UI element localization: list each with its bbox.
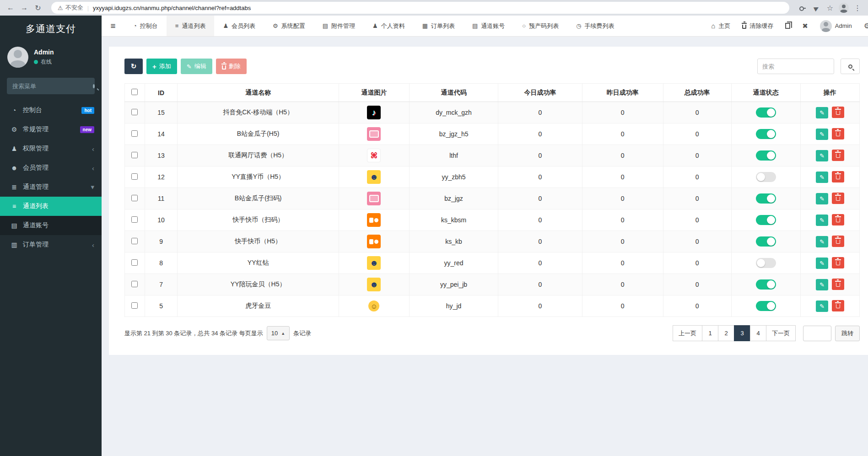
top-nav-tab[interactable]: ○ 预产码列表 — [513, 16, 567, 37]
top-nav-tab[interactable]: ◷ 手续费列表 — [567, 16, 623, 37]
channel-status-toggle[interactable] — [756, 279, 776, 290]
browser-forward-button[interactable]: → — [18, 2, 30, 14]
table-search-button[interactable] — [841, 59, 860, 74]
row-checkbox[interactable] — [131, 109, 138, 115]
key-icon[interactable] — [797, 2, 809, 14]
delete-button[interactable]: 删除 — [216, 59, 247, 74]
edit-row-button[interactable] — [816, 193, 828, 204]
address-bar[interactable]: ⚠ 不安全 | yxyyapi.idugzs.cn/nanmu.php/chan… — [51, 2, 789, 14]
sidebar-menu-item[interactable]: ♟ 权限管理 ‹ — [0, 139, 102, 158]
jump-button[interactable]: 跳转 — [835, 326, 860, 341]
sidebar-menu-item[interactable]: ☻ 会员管理 ‹ — [0, 158, 102, 177]
row-checkbox[interactable] — [131, 216, 138, 223]
yy-channel-image — [367, 256, 381, 270]
prev-page-button[interactable]: 上一页 — [673, 325, 702, 341]
browser-refresh-button[interactable]: ↻ — [32, 2, 44, 14]
page-button-1[interactable]: 1 — [702, 325, 718, 341]
home-link[interactable]: 主页 — [711, 22, 730, 30]
row-checkbox[interactable] — [131, 259, 138, 266]
page-size-select[interactable]: 10 ▲ — [267, 326, 290, 340]
next-page-button[interactable]: 下一页 — [766, 325, 796, 341]
top-nav-tab[interactable]: ▤ 附件管理 — [314, 16, 364, 37]
top-nav-tab[interactable]: ⚙ 系统配置 — [264, 16, 314, 37]
row-checkbox[interactable] — [131, 152, 138, 158]
edit-row-button[interactable] — [816, 150, 828, 161]
top-nav-tab[interactable]: ▤ 通道账号 — [464, 16, 513, 37]
browser-profile-avatar[interactable] — [838, 2, 850, 14]
bookmark-star-icon[interactable]: ☆ — [824, 2, 836, 14]
channel-status-toggle[interactable] — [756, 172, 776, 182]
refresh-button[interactable] — [124, 59, 143, 74]
channel-status-toggle[interactable] — [756, 301, 776, 311]
sidebar-menu-item[interactable]: ⚙ 常规管理 new — [0, 120, 102, 139]
row-checkbox[interactable] — [131, 173, 138, 180]
table-search-input[interactable] — [757, 59, 834, 74]
channel-status-toggle[interactable] — [756, 215, 776, 225]
edit-row-button[interactable] — [816, 300, 828, 312]
edit-button[interactable]: 编辑 — [181, 59, 212, 74]
copy-icon[interactable] — [785, 23, 790, 29]
channel-status-toggle[interactable] — [756, 236, 776, 247]
browser-menu-icon[interactable]: ⋮ — [852, 2, 863, 14]
browser-back-button[interactable]: ← — [5, 2, 16, 14]
edit-row-button[interactable] — [816, 107, 828, 118]
avatar — [820, 20, 832, 32]
cell-yesterday-rate: 0 — [582, 231, 663, 252]
sidebar-search-input[interactable] — [12, 83, 93, 90]
delete-row-button[interactable] — [832, 279, 844, 290]
page-button-3[interactable]: 3 — [734, 325, 750, 341]
edit-row-button[interactable] — [816, 279, 828, 290]
top-nav-tab[interactable]: ♟ 个人资料 — [364, 16, 414, 37]
hamburger-menu-icon[interactable]: ≡ — [102, 16, 124, 37]
edit-row-button[interactable] — [816, 236, 828, 247]
delete-row-button[interactable] — [832, 193, 844, 204]
edit-row-button[interactable] — [816, 258, 828, 269]
delete-row-button[interactable] — [832, 300, 844, 311]
top-nav-tab[interactable]: ◔ 控制台 — [124, 16, 167, 37]
row-checkbox[interactable] — [131, 238, 138, 244]
edit-row-button[interactable] — [816, 172, 828, 183]
row-checkbox[interactable] — [131, 130, 138, 137]
edit-row-button[interactable] — [816, 129, 828, 140]
top-nav-tab[interactable]: ♟ 会员列表 — [214, 16, 264, 37]
top-nav-tab[interactable]: ▦ 订单列表 — [414, 16, 464, 37]
sidebar-menu-item[interactable]: ≡ 通道列表 — [0, 197, 102, 216]
delete-row-button[interactable] — [832, 150, 844, 161]
channel-status-toggle[interactable] — [756, 107, 776, 118]
edit-row-button[interactable] — [816, 215, 828, 226]
select-all-checkbox[interactable] — [131, 89, 138, 95]
add-button[interactable]: 添加 — [146, 59, 177, 74]
delete-row-button[interactable] — [832, 171, 844, 182]
cell-yesterday-rate: 0 — [582, 252, 663, 274]
delete-row-button[interactable] — [832, 236, 844, 247]
gear-icon[interactable]: ⚙ — [864, 21, 868, 30]
sidebar-menu-item[interactable]: ▤ 通道账号 — [0, 216, 102, 235]
channel-status-toggle[interactable] — [756, 150, 776, 161]
list-icon: ≡ — [175, 22, 179, 29]
jump-page-input[interactable] — [803, 326, 831, 341]
sidebar-menu-item[interactable]: ◔ 控制台 hot — [0, 101, 102, 120]
search-icon[interactable] — [93, 84, 95, 88]
channel-status-toggle[interactable] — [756, 129, 776, 139]
security-label: 不安全 — [65, 4, 83, 12]
delete-row-button[interactable] — [832, 214, 844, 225]
row-checkbox[interactable] — [131, 302, 138, 309]
sidebar-menu-item[interactable]: ▥ 订单管理 ‹ — [0, 235, 102, 254]
delete-row-button[interactable] — [832, 257, 844, 268]
page-button-4[interactable]: 4 — [750, 325, 766, 341]
clear-cache-link[interactable]: 清除缓存 — [742, 22, 773, 30]
row-checkbox[interactable] — [131, 281, 138, 287]
delete-row-button[interactable] — [832, 107, 844, 118]
channel-status-toggle[interactable] — [756, 193, 776, 204]
users-icon: ♟ — [9, 145, 19, 152]
page-button-2[interactable]: 2 — [718, 325, 734, 341]
gear-icon: ⚙ — [273, 22, 278, 29]
sidebar-menu-item[interactable]: ≣ 通道管理 ▾ — [0, 177, 102, 197]
row-checkbox[interactable] — [131, 195, 138, 201]
send-icon[interactable]: ▶ — [810, 2, 822, 14]
navbar-user[interactable]: Admin — [820, 20, 852, 32]
channel-status-toggle[interactable] — [756, 258, 776, 268]
delete-row-button[interactable] — [832, 128, 844, 139]
top-nav-tab[interactable]: ≡ 通道列表 — [167, 16, 215, 37]
fullscreen-icon[interactable]: ✖ — [802, 22, 808, 30]
